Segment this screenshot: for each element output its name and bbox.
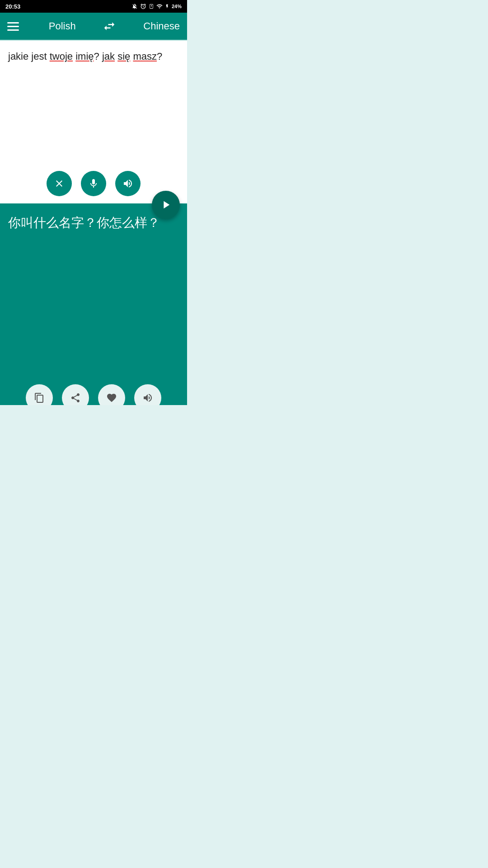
target-language-selector[interactable]: Chinese: [143, 20, 180, 32]
source-panel: jakie jest twoje imię? jak się masz?: [0, 41, 187, 203]
battery-indicator: 24%: [172, 4, 182, 9]
status-time: 20:53: [5, 3, 20, 10]
target-actions: [0, 384, 187, 405]
close-icon: [54, 178, 65, 189]
status-icons: 24%: [131, 3, 182, 9]
heart-icon: [106, 392, 117, 403]
mute-icon: [131, 3, 138, 9]
source-language-selector[interactable]: Polish: [49, 20, 76, 32]
volume-up-icon: [142, 392, 153, 403]
sim-icon: [149, 3, 154, 9]
charging-icon: [165, 3, 169, 9]
signal-icon: [156, 3, 163, 9]
swap-icon: [103, 19, 116, 33]
source-speaker-button[interactable]: [115, 171, 141, 196]
send-icon: [160, 198, 172, 211]
microphone-button[interactable]: [81, 171, 106, 196]
swap-languages-button[interactable]: [103, 19, 116, 33]
toolbar: Polish Chinese: [0, 13, 187, 40]
mic-icon: [88, 178, 99, 189]
alarm-icon: [140, 3, 146, 9]
source-text[interactable]: jakie jest twoje imię? jak się masz?: [8, 49, 179, 64]
copy-button[interactable]: [26, 384, 53, 405]
status-bar: 20:53 24%: [0, 0, 187, 13]
share-icon: [70, 392, 81, 403]
send-translate-button[interactable]: [152, 191, 180, 219]
target-speaker-button[interactable]: [134, 384, 161, 405]
target-text: 你叫什么名字？你怎么样？: [8, 213, 179, 232]
target-panel: 你叫什么名字？你怎么样？: [0, 203, 187, 405]
copy-icon: [34, 392, 45, 403]
share-button[interactable]: [62, 384, 89, 405]
favorite-button[interactable]: [98, 384, 125, 405]
menu-button[interactable]: [7, 19, 22, 33]
volume-icon: [122, 178, 133, 189]
clear-button[interactable]: [47, 171, 72, 196]
